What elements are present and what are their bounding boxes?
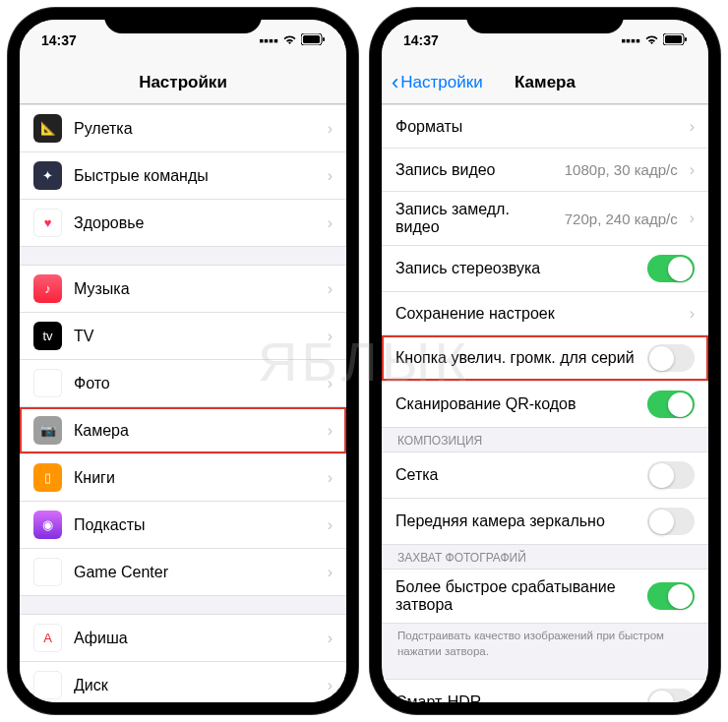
chevron-right-icon: ›: [328, 516, 333, 534]
cell-label: Смарт-HDR: [395, 693, 636, 702]
camera-scan-qr[interactable]: Сканирование QR-кодов: [382, 381, 708, 428]
camera-record-slomo[interactable]: Запись замедл. видео 720p, 240 кадр/с›: [382, 191, 708, 245]
settings-afisha-icon: А: [33, 624, 62, 652]
chevron-right-icon: ›: [328, 630, 333, 647]
cell-label: Книги: [74, 469, 316, 487]
svg-rect-2: [323, 37, 325, 41]
camera-settings-list[interactable]: Форматы › Запись видео 1080p, 30 кадр/с›…: [382, 104, 708, 702]
cell-label: Камера: [74, 422, 316, 440]
settings-music-icon: ♪: [33, 274, 62, 303]
settings-shortcuts[interactable]: ✦ Быстрые команды ›: [20, 151, 346, 199]
svg-rect-4: [665, 35, 682, 43]
signal-icon: ▪▪▪▪: [259, 32, 278, 48]
chevron-right-icon: ›: [328, 280, 333, 298]
settings-health[interactable]: ♥ Здоровье ›: [20, 199, 346, 247]
camera-stereo-sound[interactable]: Запись стереозвука: [382, 245, 708, 291]
screen-camera: 14:37 ▪▪▪▪ ‹ Настройки Камера Форматы › …: [382, 20, 708, 702]
chevron-left-icon: ‹: [392, 70, 398, 95]
chevron-right-icon: ›: [328, 328, 333, 345]
back-label: Настройки: [400, 73, 482, 92]
status-time: 14:37: [41, 32, 77, 48]
settings-photos-icon: ❀: [33, 369, 62, 397]
settings-gamecenter-icon: ●●: [33, 558, 62, 586]
camera-volume-burst[interactable]: Кнопка увелич. громк. для серий: [382, 334, 708, 381]
cell-label: Запись стереозвука: [395, 260, 636, 277]
settings-disk-icon: ◒: [33, 671, 62, 699]
cell-label: Быстрые команды: [74, 167, 316, 185]
chevron-right-icon: ›: [328, 677, 333, 694]
page-title: Камера: [515, 73, 576, 92]
cell-label: Фото: [74, 375, 316, 392]
camera-grid[interactable]: Сетка: [382, 451, 708, 498]
chevron-right-icon: ›: [690, 161, 695, 179]
settings-camera[interactable]: 📷 Камера ›: [20, 406, 346, 453]
cell-label: Рулетка: [74, 120, 316, 138]
svg-rect-5: [685, 37, 687, 41]
settings-podcasts[interactable]: ◉ Подкасты ›: [20, 501, 346, 548]
settings-photos[interactable]: ❀ Фото ›: [20, 359, 346, 406]
phone-left: 14:37 ▪▪▪▪ Настройки 📐 Рулетка › ✦ Быстр…: [8, 8, 358, 714]
settings-disk[interactable]: ◒ Диск ›: [20, 661, 346, 702]
notch: [104, 8, 262, 33]
cell-label: Сохранение настроек: [395, 305, 678, 323]
chevron-right-icon: ›: [328, 375, 333, 392]
settings-podcasts-icon: ◉: [33, 511, 62, 539]
status-indicators: ▪▪▪▪: [259, 32, 325, 48]
nav-bar: ‹ Настройки Камера: [382, 61, 708, 104]
settings-books[interactable]: ▯ Книги ›: [20, 453, 346, 501]
camera-mirror-front[interactable]: Передняя камера зеркально: [382, 498, 708, 545]
settings-music[interactable]: ♪ Музыка ›: [20, 265, 346, 312]
camera-faster-shutter-toggle[interactable]: [647, 582, 695, 610]
cell-label: Музыка: [74, 280, 316, 298]
battery-icon: [301, 32, 325, 48]
cell-label: Более быстрое срабатывание затвора: [395, 578, 636, 614]
settings-health-icon: ♥: [33, 209, 62, 237]
chevron-right-icon: ›: [328, 214, 333, 232]
wifi-icon: [282, 32, 297, 48]
camera-smart-hdr[interactable]: Смарт-HDR: [382, 679, 708, 702]
settings-measure-icon: 📐: [33, 114, 62, 143]
cell-label: Диск: [74, 677, 316, 694]
camera-preserve-settings[interactable]: Сохранение настроек ›: [382, 291, 708, 334]
section-header-composition: КОМПОЗИЦИЯ: [382, 428, 708, 451]
cell-label: Афиша: [74, 630, 316, 647]
settings-tv[interactable]: tv TV ›: [20, 312, 346, 359]
settings-afisha[interactable]: А Афиша ›: [20, 614, 346, 661]
camera-grid-toggle[interactable]: [647, 461, 695, 489]
section-header-capture: ЗАХВАТ ФОТОГРАФИЙ: [382, 545, 708, 569]
camera-smart-hdr-toggle[interactable]: [647, 689, 695, 702]
chevron-right-icon: ›: [328, 422, 333, 440]
chevron-right-icon: ›: [328, 167, 333, 185]
settings-list[interactable]: 📐 Рулетка › ✦ Быстрые команды › ♥ Здоров…: [20, 104, 346, 702]
notch: [466, 8, 624, 33]
battery-icon: [663, 32, 687, 48]
svg-rect-1: [303, 35, 320, 43]
settings-gamecenter[interactable]: ●● Game Center ›: [20, 548, 346, 596]
camera-record-video[interactable]: Запись видео 1080p, 30 кадр/с›: [382, 148, 708, 191]
cell-label: Запись замедл. видео: [395, 201, 553, 236]
settings-camera-icon: 📷: [33, 416, 62, 445]
chevron-right-icon: ›: [690, 118, 695, 136]
back-button[interactable]: ‹ Настройки: [392, 70, 483, 95]
camera-faster-shutter[interactable]: Более быстрое срабатывание затвора: [382, 569, 708, 624]
settings-measure[interactable]: 📐 Рулетка ›: [20, 104, 346, 151]
camera-stereo-sound-toggle[interactable]: [647, 255, 695, 282]
status-indicators: ▪▪▪▪: [621, 32, 687, 48]
camera-scan-qr-toggle[interactable]: [647, 391, 695, 418]
nav-bar: Настройки: [20, 61, 346, 104]
camera-mirror-front-toggle[interactable]: [647, 508, 695, 535]
camera-volume-burst-toggle[interactable]: [647, 344, 695, 372]
settings-books-icon: ▯: [33, 463, 62, 492]
chevron-right-icon: ›: [328, 469, 333, 487]
chevron-right-icon: ›: [328, 120, 333, 138]
cell-label: TV: [74, 328, 316, 345]
cell-label: Game Center: [74, 564, 316, 581]
cell-label: Кнопка увелич. громк. для серий: [395, 349, 636, 367]
chevron-right-icon: ›: [690, 210, 695, 227]
signal-icon: ▪▪▪▪: [621, 32, 640, 48]
cell-label: Сканирование QR-кодов: [395, 395, 636, 413]
cell-label: Форматы: [395, 118, 678, 136]
cell-label: Подкасты: [74, 516, 316, 534]
phone-right: 14:37 ▪▪▪▪ ‹ Настройки Камера Форматы › …: [370, 8, 720, 714]
camera-formats[interactable]: Форматы ›: [382, 104, 708, 148]
